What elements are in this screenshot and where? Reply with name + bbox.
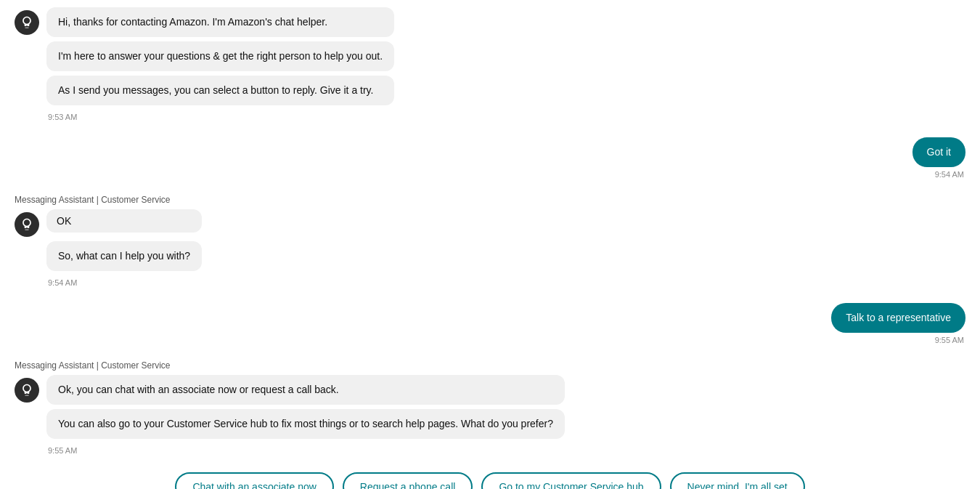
section-label-3: Messaging Assistant | Customer Service: [15, 360, 965, 371]
bot-bubble-3b: You can also go to your Customer Service…: [46, 409, 565, 439]
ok-bubble: OK: [46, 209, 202, 233]
bot-section-3: Messaging Assistant | Customer Service O…: [15, 360, 965, 461]
bot-bubble-1a: Hi, thanks for contacting Amazon. I'm Am…: [46, 7, 394, 37]
bot-avatar: [15, 10, 39, 35]
bot-bubbles-3: Ok, you can chat with an associate now o…: [46, 375, 565, 455]
user-bubble-1: Got it: [912, 137, 965, 167]
bot-bubble-1c: As I send you messages, you can select a…: [46, 76, 394, 105]
bot-message-group-1: Hi, thanks for contacting Amazon. I'm Am…: [15, 7, 965, 121]
bot-timestamp-3: 9:55 AM: [48, 446, 565, 455]
bot-message-group-3: Ok, you can chat with an associate now o…: [15, 375, 965, 455]
user-message-group-1: Got it 9:54 AM: [15, 137, 965, 179]
action-buttons: Chat with an associate now Request a pho…: [15, 461, 965, 489]
section-label-2: Messaging Assistant | Customer Service: [15, 195, 965, 205]
request-phone-call-button[interactable]: Request a phone call: [343, 472, 473, 489]
bot-section-2: Messaging Assistant | Customer Service O…: [15, 195, 965, 293]
chat-container: Hi, thanks for contacting Amazon. I'm Am…: [0, 0, 980, 489]
bot-bubbles-1: Hi, thanks for contacting Amazon. I'm Am…: [46, 7, 394, 121]
user-message-group-2: Talk to a representative 9:55 AM: [15, 303, 965, 344]
bot-avatar-3: [15, 378, 39, 403]
bot-avatar-2: [15, 212, 39, 237]
chat-with-associate-button[interactable]: Chat with an associate now: [175, 472, 333, 489]
go-to-customer-service-hub-button[interactable]: Go to my Customer Service hub: [481, 472, 661, 489]
bot-timestamp-1: 9:53 AM: [48, 113, 394, 121]
chat-messages: Hi, thanks for contacting Amazon. I'm Am…: [15, 7, 965, 461]
bot-timestamp-2: 9:54 AM: [48, 278, 202, 287]
bot-bubble-3a: Ok, you can chat with an associate now o…: [46, 375, 565, 405]
bot-bubble-1b: I'm here to answer your questions & get …: [46, 41, 394, 71]
bot-message-group-2: OK So, what can I help you with? 9:54 AM: [15, 209, 965, 287]
user-timestamp-1: 9:54 AM: [935, 170, 964, 179]
user-timestamp-2: 9:55 AM: [935, 336, 964, 344]
user-bubble-2: Talk to a representative: [831, 303, 965, 333]
bot-bubbles-2: OK So, what can I help you with? 9:54 AM: [46, 209, 202, 287]
never-mind-button[interactable]: Never mind, I'm all set: [670, 472, 805, 489]
bot-bubble-2a: So, what can I help you with?: [46, 241, 202, 271]
